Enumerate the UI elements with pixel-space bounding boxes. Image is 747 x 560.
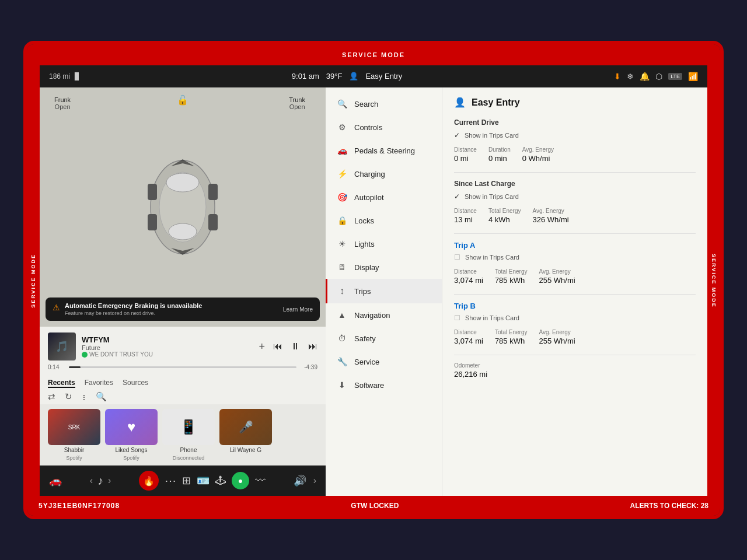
menu-label-service: Service (354, 358, 379, 366)
emergency-warning: ⚠ Automatic Emergency Braking is unavail… (46, 298, 320, 321)
media-tabs: Recents Favorites Sources (48, 379, 317, 388)
trips-menu-icon: ↕ (337, 286, 347, 296)
spotify-taskbar-icon[interactable]: ● (232, 472, 249, 489)
thumb-shabbir[interactable]: SRK Shabbir Spotify (48, 409, 100, 461)
equalizer-button[interactable]: ⫶ (82, 392, 86, 402)
trip-a-checkbox-label: Show in Trips Card (465, 254, 519, 261)
menu-item-service[interactable]: 🔧 Service (326, 350, 442, 373)
svg-rect-7 (208, 214, 218, 230)
dots-icon[interactable]: ⋯ (165, 474, 176, 488)
thumb-sub-phone: Disconnected (173, 455, 205, 461)
menu-item-charging[interactable]: ⚡ Charging (326, 162, 442, 186)
thumb-lil-wayne[interactable]: 🎤 Lil Wayne G (219, 409, 272, 461)
trip-b-total-energy: Total Energy 785 kWh (495, 329, 528, 345)
music-note-icon[interactable]: ♪ (97, 474, 103, 488)
service-bar-right: SERVICE MODE (707, 65, 720, 496)
trip-b-checkbox-row: ☐ Show in Trips Card (454, 314, 696, 322)
menu-item-safety[interactable]: ⏱ Safety (326, 327, 442, 350)
play-pause-button[interactable]: ⏸ (291, 341, 300, 352)
taskbar-nav: ‹ ♪ › (90, 474, 111, 488)
unlock-icon: 🔓 (177, 94, 189, 106)
vin-label: 5YJ3E1EB0NF177008 (39, 502, 120, 510)
signal-icon: 📶 (688, 72, 698, 81)
menu-item-controls[interactable]: ⚙ Controls (326, 116, 442, 139)
divider-1 (454, 172, 696, 173)
since-last-charge-checkbox-label: Show in Trips Card (465, 193, 519, 200)
menu-item-display[interactable]: 🖥 Display (326, 256, 442, 279)
repeat-button[interactable]: ↻ (65, 391, 72, 402)
current-drive-stats: Distance 0 mi Duration 0 min Avg. Energy… (454, 146, 696, 163)
temp-display: 39°F (326, 72, 343, 80)
id-icon[interactable]: 🪪 (197, 474, 210, 487)
trip-a-distance: Distance 3,074 mi (454, 268, 483, 285)
car-area: Frunk Open 🔓 Trunk Open ⚠ Automatic (40, 88, 326, 327)
service-bar-left: SERVICE MODE (27, 65, 40, 496)
thumb-phone[interactable]: 📱 Phone Disconnected (162, 409, 215, 461)
tab-favorites[interactable]: Favorites (85, 379, 113, 388)
tab-recents[interactable]: Recents (48, 379, 75, 388)
menu-item-software[interactable]: ⬇ Software (326, 373, 442, 397)
menu-item-pedals[interactable]: 🚗 Pedals & Steering (326, 139, 442, 162)
forward-arrow[interactable]: › (108, 475, 111, 486)
tab-sources[interactable]: Sources (123, 379, 148, 388)
grid-icon[interactable]: ⊞ (182, 474, 191, 487)
wave-icon[interactable]: 〰 (255, 475, 266, 487)
trip-b-title: Trip B (454, 302, 696, 310)
menu-label-charging: Charging (354, 170, 385, 178)
album-art-inner: 🎵 (48, 332, 76, 360)
trip-a-total-energy: Total Energy 785 kWh (495, 268, 528, 285)
display-menu-icon: 🖥 (337, 262, 347, 272)
charging-menu-icon: ⚡ (337, 169, 347, 178)
bell-icon: 🔔 (640, 72, 650, 81)
menu-item-trips[interactable]: ↕ Trips (326, 279, 442, 303)
menu-label-navigation: Navigation (354, 311, 390, 320)
track-title: WTFYM (82, 335, 253, 344)
current-drive-checkbox-label: Show in Trips Card (465, 132, 519, 139)
thumb-image-wayne: 🎤 (219, 409, 272, 445)
snowflake-icon: ❄ (627, 72, 634, 81)
status-right: ⬇ ❄ 🔔 ⬡ LTE 📶 (614, 72, 698, 81)
menu-item-lights[interactable]: ☀ Lights (326, 232, 442, 256)
shuffle-button[interactable]: ⇄ (48, 391, 55, 402)
service-bar-bottom: 5YJ3E1EB0NF177008 GTW LOCKED ALERTS TO C… (27, 496, 720, 516)
menu-item-navigation[interactable]: ▲ Navigation (326, 303, 442, 327)
menu-label-software: Software (354, 381, 384, 390)
current-drive-checkmark: ✓ (454, 131, 460, 139)
thumb-label-liked: Liked Songs (115, 447, 147, 453)
pedals-menu-icon: 🚗 (337, 146, 347, 155)
menu-item-autopilot[interactable]: 🎯 Autopilot (326, 186, 442, 209)
taskbar-chevron[interactable]: › (313, 475, 316, 486)
body-area: Frunk Open 🔓 Trunk Open ⚠ Automatic (40, 88, 707, 496)
next-button[interactable]: ⏭ (308, 341, 317, 352)
thumb-liked-songs[interactable]: ♥ Liked Songs Spotify (105, 409, 158, 461)
tesla-screen: SERVICE MODE 5YJ3E1EB0NF177008 GTW LOCKE… (23, 41, 724, 519)
time-display: 9:01 am (292, 72, 319, 80)
battery-icon: ▊ (75, 72, 80, 80)
trip-b-checkbox-label: Show in Trips Card (465, 314, 519, 321)
remaining-time: -4:39 (301, 364, 317, 370)
joystick-icon[interactable]: 🕹 (215, 475, 226, 487)
flame-icon[interactable]: 🔥 (139, 471, 159, 491)
thumb-label-shabbir: Shabbir (64, 447, 84, 453)
svg-rect-6 (148, 214, 157, 230)
learn-more-button[interactable]: Learn More (283, 306, 313, 313)
search-music-button[interactable]: 🔍 (96, 391, 107, 402)
status-center: 9:01 am 39°F 👤 Easy Entry (292, 72, 402, 80)
add-button[interactable]: + (259, 341, 265, 353)
right-panel: 👤 Easy Entry Current Drive ✓ Show in Tri… (442, 88, 707, 496)
software-menu-icon: ⬇ (337, 380, 347, 390)
driver-icon: 👤 (349, 72, 358, 80)
back-arrow[interactable]: ‹ (90, 475, 93, 486)
prev-button[interactable]: ⏮ (273, 341, 282, 352)
menu-item-locks[interactable]: 🔒 Locks (326, 209, 442, 232)
trip-b-distance: Distance 3,074 mi (454, 329, 483, 345)
menu-item-search[interactable]: 🔍 Search (326, 92, 442, 116)
safety-menu-icon: ⏱ (337, 334, 347, 343)
car-taskbar-icon[interactable]: 🚗 (49, 474, 62, 487)
progress-track[interactable] (69, 366, 296, 368)
service-mode-label-top: SERVICE MODE (342, 51, 405, 58)
trip-a-title: Trip A (454, 241, 696, 250)
current-drive-title: Current Drive (454, 118, 696, 127)
since-last-charge-checkbox-row: ✓ Show in Trips Card (454, 192, 696, 201)
vol-icon[interactable]: 🔊 (294, 474, 306, 487)
